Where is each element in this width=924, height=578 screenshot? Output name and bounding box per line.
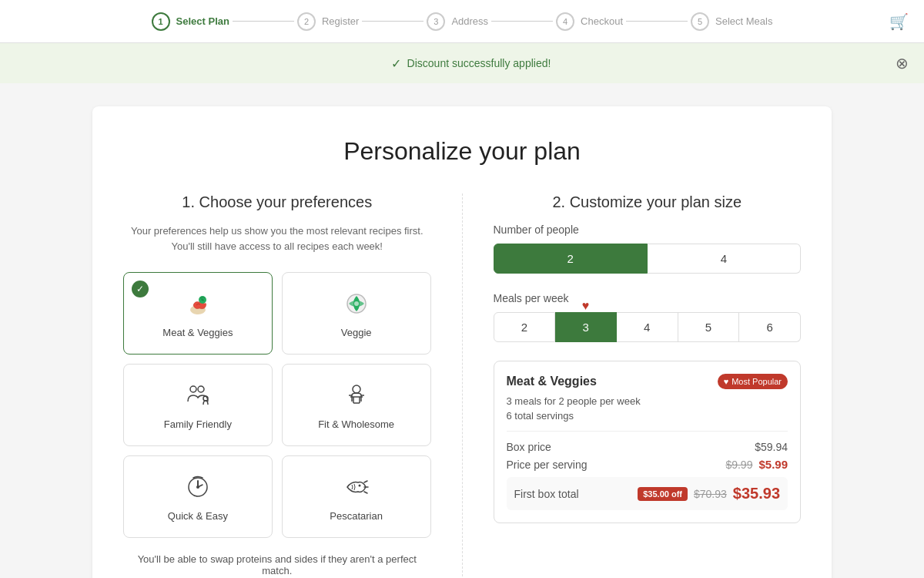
box-price-row: Box price $59.94 xyxy=(507,441,788,453)
box-price-label: Box price xyxy=(507,441,551,453)
section1-subtitle: Your preferences help us show you the mo… xyxy=(123,223,431,254)
meals-6-button[interactable]: 6 xyxy=(739,312,801,342)
step-5[interactable]: 5 Select Meals xyxy=(691,12,772,31)
pref-veggie[interactable]: Veggie xyxy=(282,272,431,355)
step-3-label: Address xyxy=(451,15,488,27)
per-serving-row: Price per serving $9.99 $5.99 xyxy=(507,458,788,471)
veggie-icon xyxy=(341,288,372,319)
people-control: Number of people 2 4 xyxy=(494,223,802,274)
checkmark-icon: ✓ xyxy=(391,56,401,71)
total-original: $70.93 xyxy=(694,488,727,500)
dismiss-banner-button[interactable]: ⊗ xyxy=(896,54,909,72)
pref-family-friendly-label: Family Friendly xyxy=(164,418,232,430)
step-line-3 xyxy=(491,21,553,22)
people-label: Number of people xyxy=(494,223,802,236)
pref-meat-veggies-label: Meat & Veggies xyxy=(162,327,233,338)
plan-summary-box: Meat & Veggies ♥ Most Popular 3 meals fo… xyxy=(494,361,802,523)
cart-icon[interactable]: 🛒 xyxy=(889,12,909,31)
meals-3-button[interactable]: ♥ 3 xyxy=(555,312,617,342)
heart-icon: ♥ xyxy=(724,377,729,386)
section1-title: 1. Choose your preferences xyxy=(123,193,431,211)
step-line-1 xyxy=(233,21,294,22)
meals-2-button[interactable]: 2 xyxy=(494,312,556,342)
page-title: Personalize your plan xyxy=(123,137,801,166)
step-3[interactable]: 3 Address xyxy=(427,12,488,31)
pescatarian-icon xyxy=(341,472,372,502)
plan-divider xyxy=(507,431,788,432)
svg-point-9 xyxy=(196,486,199,489)
step-5-circle: 5 xyxy=(691,12,709,31)
family-friendly-icon xyxy=(182,380,213,411)
pref-pescatarian-label: Pescatarian xyxy=(330,510,383,522)
total-prices: $35.00 off $70.93 $35.93 xyxy=(638,485,780,502)
most-popular-label: Most Popular xyxy=(732,377,782,386)
step-5-label: Select Meals xyxy=(715,15,772,27)
fit-wholesome-icon xyxy=(341,380,372,411)
pref-family-friendly[interactable]: Family Friendly xyxy=(123,364,273,446)
quick-easy-icon xyxy=(182,472,213,502)
per-serving-prices: $9.99 $5.99 xyxy=(725,458,788,471)
meat-veggies-icon xyxy=(182,288,213,319)
people-4-button[interactable]: 4 xyxy=(648,244,801,274)
customize-column: 2. Customize your plan size Number of pe… xyxy=(463,193,802,576)
plan-detail-1: 3 meals for 2 people per week xyxy=(507,395,788,407)
per-serving-label: Price per serving xyxy=(507,459,588,471)
plan-card: Personalize your plan 1. Choose your pre… xyxy=(92,106,832,578)
discount-message: Discount successfully applied! xyxy=(407,57,551,69)
step-1-label: Select Plan xyxy=(176,15,229,27)
stepper: 1 Select Plan 2 Register 3 Address 4 Che… xyxy=(46,12,878,31)
plan-detail-2: 6 total servings xyxy=(507,410,788,422)
step-1[interactable]: 1 Select Plan xyxy=(152,12,229,31)
meals-5-button[interactable]: 5 xyxy=(678,312,740,342)
step-4-label: Checkout xyxy=(581,15,623,27)
step-4-circle: 4 xyxy=(556,12,574,31)
meals-label: Meals per week xyxy=(494,292,802,304)
per-serving-discounted: $5.99 xyxy=(758,458,788,471)
pref-meat-veggies[interactable]: ✓ Meat & Veggies xyxy=(123,272,273,355)
svg-point-5 xyxy=(198,386,204,392)
meals-4-button[interactable]: 4 xyxy=(617,312,678,342)
discount-banner: ✓ Discount successfully applied! ⊗ xyxy=(0,43,924,83)
swap-note: You'll be able to swap proteins and side… xyxy=(123,553,431,576)
people-options: 2 4 xyxy=(494,244,802,274)
discount-tag: $35.00 off xyxy=(638,487,688,501)
step-1-circle: 1 xyxy=(152,12,170,31)
pref-veggie-label: Veggie xyxy=(341,327,372,338)
step-2[interactable]: 2 Register xyxy=(297,12,359,31)
columns: 1. Choose your preferences Your preferen… xyxy=(123,193,801,576)
preferences-column: 1. Choose your preferences Your preferen… xyxy=(123,193,463,576)
most-popular-badge: ♥ Most Popular xyxy=(718,374,788,389)
first-box-total-row: First box total $35.00 off $70.93 $35.93 xyxy=(507,477,788,510)
step-2-label: Register xyxy=(322,15,359,27)
step-4[interactable]: 4 Checkout xyxy=(556,12,623,31)
selected-check-icon: ✓ xyxy=(132,281,149,297)
pref-fit-wholesome-label: Fit & Wholesome xyxy=(318,418,394,430)
svg-point-4 xyxy=(190,386,196,392)
main-content: Personalize your plan 1. Choose your pre… xyxy=(0,83,924,578)
popular-arrow-icon: ♥ xyxy=(582,299,590,313)
box-price-value: $59.94 xyxy=(755,441,788,453)
plan-box-title: Meat & Veggies xyxy=(507,375,597,388)
svg-point-3 xyxy=(354,301,359,306)
header: 1 Select Plan 2 Register 3 Address 4 Che… xyxy=(0,0,924,43)
discount-text: ✓ Discount successfully applied! xyxy=(46,56,896,71)
first-box-label: First box total xyxy=(514,488,579,500)
per-serving-original: $9.99 xyxy=(725,459,752,471)
meals-options: 2 ♥ 3 4 5 6 xyxy=(494,312,802,342)
people-2-button[interactable]: 2 xyxy=(494,244,648,274)
svg-point-7 xyxy=(353,385,360,393)
step-line-4 xyxy=(626,21,688,22)
pref-quick-easy[interactable]: Quick & Easy xyxy=(123,455,273,538)
section2-title: 2. Customize your plan size xyxy=(494,193,802,211)
step-3-circle: 3 xyxy=(427,12,445,31)
step-2-circle: 2 xyxy=(297,12,316,31)
pref-fit-wholesome[interactable]: Fit & Wholesome xyxy=(282,364,431,446)
pref-quick-easy-label: Quick & Easy xyxy=(168,510,228,522)
total-final: $35.93 xyxy=(733,485,780,502)
pref-pescatarian[interactable]: Pescatarian xyxy=(282,455,431,538)
svg-point-10 xyxy=(358,485,360,487)
meals-control: Meals per week 2 ♥ 3 4 5 6 xyxy=(494,292,802,342)
preferences-grid: ✓ Meat & Veggies xyxy=(123,272,431,538)
plan-box-header: Meat & Veggies ♥ Most Popular xyxy=(507,374,788,389)
step-line-2 xyxy=(362,21,424,22)
